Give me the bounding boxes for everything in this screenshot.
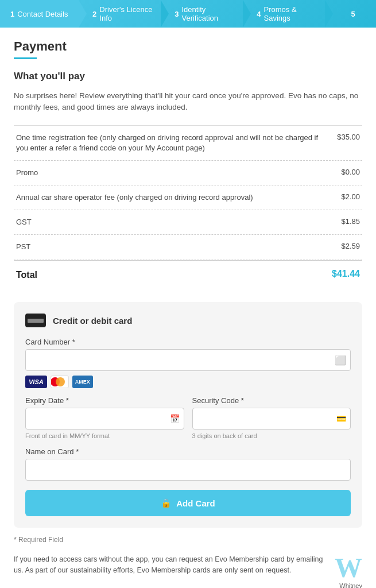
fee-amount-registration: $35.00 bbox=[337, 133, 360, 141]
card-number-label: Card Number * bbox=[25, 338, 351, 346]
fee-label-registration: One time registration fee (only charged … bbox=[16, 133, 337, 153]
progress-bar: 1 Contact Details 2 Driver's Licence Inf… bbox=[0, 0, 376, 28]
card-header: Credit or debit card bbox=[25, 314, 351, 327]
fee-row-total: Total $41.44 bbox=[14, 260, 362, 288]
footer-section: If you need to access cars without the a… bbox=[14, 554, 362, 588]
step-2-num: 2 bbox=[92, 10, 96, 18]
expiry-hint: Front of card in MM/YY format bbox=[25, 432, 184, 439]
step-1-num: 1 bbox=[10, 10, 14, 18]
card-section: Credit or debit card Card Number * ⬜ VIS… bbox=[14, 302, 362, 528]
expiry-wrapper: 📅 bbox=[25, 408, 184, 430]
fee-row-pst: PST $2.59 bbox=[14, 235, 362, 260]
name-on-card-input[interactable] bbox=[25, 459, 351, 481]
required-note: * Required Field bbox=[14, 536, 362, 544]
expiry-security-row: Expiry Date * 📅 Front of card in MM/YY f… bbox=[25, 396, 351, 447]
security-group: Security Code * 💳 3 digits on back of ca… bbox=[192, 396, 351, 439]
fee-amount-promo: $0.00 bbox=[341, 168, 360, 176]
expiry-label: Expiry Date * bbox=[25, 396, 184, 405]
add-card-button[interactable]: 🔒 Add Card bbox=[25, 490, 351, 516]
fee-label-pst: PST bbox=[16, 242, 341, 252]
name-label: Name on Card * bbox=[25, 447, 351, 456]
visa-logo: VISA bbox=[25, 376, 47, 388]
credit-card-icon bbox=[25, 314, 46, 327]
step-4-label: Promos & Savings bbox=[264, 5, 320, 22]
fee-label-gst: GST bbox=[16, 217, 341, 227]
main-content: Payment What you'll pay No surprises her… bbox=[0, 28, 376, 588]
card-logos: VISA AMEX bbox=[25, 376, 351, 388]
add-card-label: Add Card bbox=[176, 498, 215, 508]
step-identity[interactable]: 3 Identity Verification bbox=[161, 0, 243, 28]
step-5-num: 5 bbox=[351, 10, 355, 18]
card-number-group: Card Number * ⬜ VISA AMEX bbox=[25, 338, 351, 388]
fee-row-gst: GST $1.85 bbox=[14, 210, 362, 235]
step-licence[interactable]: 2 Driver's Licence Info bbox=[79, 0, 161, 28]
expiry-icon: 📅 bbox=[170, 414, 180, 423]
fee-label-promo: Promo bbox=[16, 168, 341, 178]
step-contact[interactable]: 1 Contact Details bbox=[0, 0, 79, 28]
logo-block: W Whitney & Food Travel bbox=[335, 554, 362, 588]
step-3-num: 3 bbox=[175, 10, 179, 18]
page-title: Payment bbox=[14, 39, 362, 54]
card-stripe bbox=[28, 319, 44, 323]
lock-icon: 🔒 bbox=[161, 498, 172, 508]
fee-amount-gst: $1.85 bbox=[341, 217, 360, 226]
step-1-label: Contact Details bbox=[17, 10, 68, 18]
security-label: Security Code * bbox=[192, 396, 351, 405]
expiry-input[interactable] bbox=[25, 408, 184, 430]
fee-amount-pst: $2.59 bbox=[341, 242, 360, 250]
card-number-input[interactable] bbox=[25, 349, 351, 371]
intro-text: No surprises here! Review everything tha… bbox=[14, 90, 362, 114]
step-promos[interactable]: 4 Promos & Savings bbox=[243, 0, 325, 28]
card-number-wrapper: ⬜ bbox=[25, 349, 351, 371]
expiry-group: Expiry Date * 📅 Front of card in MM/YY f… bbox=[25, 396, 184, 439]
fee-row-annual: Annual car share operator fee (only char… bbox=[14, 185, 362, 210]
title-underline bbox=[14, 57, 37, 59]
mastercard-logo bbox=[51, 376, 69, 388]
card-number-icon: ⬜ bbox=[335, 355, 346, 366]
name-wrapper bbox=[25, 459, 351, 481]
fee-label-annual: Annual car share operator fee (only char… bbox=[16, 192, 341, 203]
footer-text: If you need to access cars without the a… bbox=[14, 554, 335, 576]
security-hint: 3 digits on back of card bbox=[192, 432, 351, 439]
fee-row-registration: One time registration fee (only charged … bbox=[14, 125, 362, 161]
fee-label-total: Total bbox=[16, 269, 332, 281]
fee-amount-annual: $2.00 bbox=[341, 192, 360, 201]
logo-w-letter: W bbox=[335, 554, 362, 582]
security-wrapper: 💳 bbox=[192, 408, 351, 430]
card-section-title: Credit or debit card bbox=[53, 316, 132, 326]
section-heading: What you'll pay bbox=[14, 71, 362, 82]
fee-table: One time registration fee (only charged … bbox=[14, 125, 362, 289]
amex-logo: AMEX bbox=[72, 376, 93, 388]
name-group: Name on Card * bbox=[25, 447, 351, 481]
security-icon: 💳 bbox=[336, 414, 346, 423]
security-code-input[interactable] bbox=[192, 408, 351, 430]
fee-amount-total: $41.44 bbox=[332, 269, 360, 279]
step-2-label: Driver's Licence Info bbox=[99, 5, 155, 22]
step-3-label: Identity Verification bbox=[181, 5, 237, 22]
fee-row-promo: Promo $0.00 bbox=[14, 161, 362, 185]
step-4-num: 4 bbox=[257, 10, 261, 18]
